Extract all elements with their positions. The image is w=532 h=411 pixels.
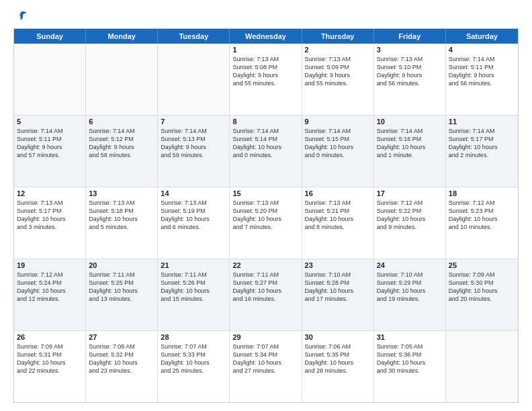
cell-date: 13 xyxy=(89,189,154,197)
cell-date: 4 xyxy=(449,46,515,54)
day-header-sunday: Sunday xyxy=(14,29,86,44)
cell-info: Sunrise: 7:14 AM Sunset: 5:17 PM Dayligh… xyxy=(449,127,515,160)
cell-date: 14 xyxy=(161,189,226,197)
calendar-cell: 10Sunrise: 7:14 AM Sunset: 5:16 PM Dayli… xyxy=(374,116,446,187)
cell-info: Sunrise: 7:14 AM Sunset: 5:15 PM Dayligh… xyxy=(305,127,371,160)
cell-date: 20 xyxy=(89,261,154,269)
cell-info: Sunrise: 7:06 AM Sunset: 5:35 PM Dayligh… xyxy=(305,342,371,375)
calendar-cell: 14Sunrise: 7:13 AM Sunset: 5:19 PM Dayli… xyxy=(158,187,230,259)
day-header-wednesday: Wednesday xyxy=(230,29,302,44)
calendar-row-1: 1Sunrise: 7:13 AM Sunset: 5:08 PM Daylig… xyxy=(14,44,518,116)
cell-date: 5 xyxy=(17,118,83,126)
calendar-cell: 27Sunrise: 7:08 AM Sunset: 5:32 PM Dayli… xyxy=(86,331,158,402)
calendar-body: 1Sunrise: 7:13 AM Sunset: 5:08 PM Daylig… xyxy=(14,44,518,402)
cell-info: Sunrise: 7:13 AM Sunset: 5:18 PM Dayligh… xyxy=(89,199,154,232)
calendar-cell: 25Sunrise: 7:09 AM Sunset: 5:30 PM Dayli… xyxy=(446,259,518,330)
calendar-cell: 2Sunrise: 7:13 AM Sunset: 5:09 PM Daylig… xyxy=(302,44,374,115)
calendar: SundayMondayTuesdayWednesdayThursdayFrid… xyxy=(13,28,519,403)
cell-info: Sunrise: 7:07 AM Sunset: 5:34 PM Dayligh… xyxy=(232,342,298,375)
cell-info: Sunrise: 7:07 AM Sunset: 5:33 PM Dayligh… xyxy=(161,342,226,375)
cell-date: 27 xyxy=(89,333,154,341)
calendar-cell: 21Sunrise: 7:11 AM Sunset: 5:26 PM Dayli… xyxy=(158,259,230,330)
cell-info: Sunrise: 7:14 AM Sunset: 5:12 PM Dayligh… xyxy=(89,127,154,160)
cell-info: Sunrise: 7:13 AM Sunset: 5:09 PM Dayligh… xyxy=(305,55,371,88)
day-header-monday: Monday xyxy=(86,29,158,44)
day-header-tuesday: Tuesday xyxy=(158,29,230,44)
calendar-cell: 29Sunrise: 7:07 AM Sunset: 5:34 PM Dayli… xyxy=(230,331,302,402)
calendar-cell: 30Sunrise: 7:06 AM Sunset: 5:35 PM Dayli… xyxy=(302,331,374,402)
cell-date: 1 xyxy=(232,46,298,54)
cell-date: 8 xyxy=(232,118,298,126)
cell-date: 22 xyxy=(232,261,298,269)
calendar-cell xyxy=(158,44,230,115)
cell-info: Sunrise: 7:14 AM Sunset: 5:11 PM Dayligh… xyxy=(17,127,83,160)
logo-bird-icon xyxy=(14,11,28,21)
calendar-cell: 8Sunrise: 7:14 AM Sunset: 5:14 PM Daylig… xyxy=(230,116,302,187)
cell-info: Sunrise: 7:11 AM Sunset: 5:25 PM Dayligh… xyxy=(89,271,154,304)
cell-date: 29 xyxy=(232,333,298,341)
cell-info: Sunrise: 7:14 AM Sunset: 5:14 PM Dayligh… xyxy=(232,127,298,160)
calendar-cell: 7Sunrise: 7:14 AM Sunset: 5:13 PM Daylig… xyxy=(158,116,230,187)
cell-info: Sunrise: 7:14 AM Sunset: 5:11 PM Dayligh… xyxy=(449,55,515,88)
cell-info: Sunrise: 7:13 AM Sunset: 5:21 PM Dayligh… xyxy=(305,199,371,232)
calendar-cell: 12Sunrise: 7:13 AM Sunset: 5:17 PM Dayli… xyxy=(14,187,86,259)
calendar-cell: 4Sunrise: 7:14 AM Sunset: 5:11 PM Daylig… xyxy=(446,44,518,115)
calendar-cell: 18Sunrise: 7:12 AM Sunset: 5:23 PM Dayli… xyxy=(446,187,518,259)
cell-date: 24 xyxy=(377,261,443,269)
calendar-cell xyxy=(86,44,158,115)
calendar-cell: 23Sunrise: 7:10 AM Sunset: 5:28 PM Dayli… xyxy=(302,259,374,330)
calendar-cell: 20Sunrise: 7:11 AM Sunset: 5:25 PM Dayli… xyxy=(86,259,158,330)
day-header-thursday: Thursday xyxy=(302,29,374,44)
cell-info: Sunrise: 7:09 AM Sunset: 5:31 PM Dayligh… xyxy=(17,342,83,375)
cell-date: 19 xyxy=(17,261,83,269)
cell-date: 18 xyxy=(449,189,515,197)
calendar-cell: 22Sunrise: 7:11 AM Sunset: 5:27 PM Dayli… xyxy=(230,259,302,330)
cell-info: Sunrise: 7:09 AM Sunset: 5:30 PM Dayligh… xyxy=(449,271,515,304)
calendar-cell: 26Sunrise: 7:09 AM Sunset: 5:31 PM Dayli… xyxy=(14,331,86,402)
calendar-cell: 31Sunrise: 7:05 AM Sunset: 5:36 PM Dayli… xyxy=(374,331,446,402)
cell-date: 11 xyxy=(449,118,515,126)
calendar-cell: 28Sunrise: 7:07 AM Sunset: 5:33 PM Dayli… xyxy=(158,331,230,402)
cell-info: Sunrise: 7:13 AM Sunset: 5:10 PM Dayligh… xyxy=(377,55,443,88)
cell-date: 17 xyxy=(377,189,443,197)
logo xyxy=(13,11,28,21)
cell-date: 16 xyxy=(305,189,371,197)
cell-info: Sunrise: 7:13 AM Sunset: 5:17 PM Dayligh… xyxy=(17,199,83,232)
cell-info: Sunrise: 7:14 AM Sunset: 5:16 PM Dayligh… xyxy=(377,127,443,160)
calendar-cell: 24Sunrise: 7:10 AM Sunset: 5:29 PM Dayli… xyxy=(374,259,446,330)
cell-date: 26 xyxy=(17,333,83,341)
cell-info: Sunrise: 7:10 AM Sunset: 5:28 PM Dayligh… xyxy=(305,271,371,304)
cell-date: 2 xyxy=(305,46,371,54)
calendar-header: SundayMondayTuesdayWednesdayThursdayFrid… xyxy=(14,29,518,44)
cell-info: Sunrise: 7:12 AM Sunset: 5:24 PM Dayligh… xyxy=(17,271,83,304)
cell-date: 30 xyxy=(305,333,371,341)
day-header-friday: Friday xyxy=(374,29,446,44)
calendar-cell: 13Sunrise: 7:13 AM Sunset: 5:18 PM Dayli… xyxy=(86,187,158,259)
calendar-cell: 6Sunrise: 7:14 AM Sunset: 5:12 PM Daylig… xyxy=(86,116,158,187)
header xyxy=(13,11,519,21)
cell-info: Sunrise: 7:05 AM Sunset: 5:36 PM Dayligh… xyxy=(377,342,443,375)
calendar-cell: 17Sunrise: 7:12 AM Sunset: 5:22 PM Dayli… xyxy=(374,187,446,259)
calendar-row-4: 19Sunrise: 7:12 AM Sunset: 5:24 PM Dayli… xyxy=(14,259,518,331)
cell-date: 7 xyxy=(161,118,226,126)
calendar-row-3: 12Sunrise: 7:13 AM Sunset: 5:17 PM Dayli… xyxy=(14,187,518,259)
cell-date: 9 xyxy=(305,118,371,126)
calendar-cell: 5Sunrise: 7:14 AM Sunset: 5:11 PM Daylig… xyxy=(14,116,86,187)
calendar-cell: 19Sunrise: 7:12 AM Sunset: 5:24 PM Dayli… xyxy=(14,259,86,330)
cell-info: Sunrise: 7:11 AM Sunset: 5:26 PM Dayligh… xyxy=(161,271,226,304)
cell-info: Sunrise: 7:13 AM Sunset: 5:08 PM Dayligh… xyxy=(232,55,298,88)
cell-date: 25 xyxy=(449,261,515,269)
cell-date: 21 xyxy=(161,261,226,269)
cell-date: 23 xyxy=(305,261,371,269)
calendar-cell: 9Sunrise: 7:14 AM Sunset: 5:15 PM Daylig… xyxy=(302,116,374,187)
calendar-cell: 15Sunrise: 7:13 AM Sunset: 5:20 PM Dayli… xyxy=(230,187,302,259)
cell-info: Sunrise: 7:12 AM Sunset: 5:23 PM Dayligh… xyxy=(449,199,515,232)
cell-date: 6 xyxy=(89,118,154,126)
calendar-row-2: 5Sunrise: 7:14 AM Sunset: 5:11 PM Daylig… xyxy=(14,116,518,187)
calendar-row-5: 26Sunrise: 7:09 AM Sunset: 5:31 PM Dayli… xyxy=(14,331,518,402)
cell-info: Sunrise: 7:14 AM Sunset: 5:13 PM Dayligh… xyxy=(161,127,226,160)
calendar-cell: 3Sunrise: 7:13 AM Sunset: 5:10 PM Daylig… xyxy=(374,44,446,115)
logo-text xyxy=(13,11,28,21)
cell-date: 3 xyxy=(377,46,443,54)
calendar-cell xyxy=(446,331,518,402)
